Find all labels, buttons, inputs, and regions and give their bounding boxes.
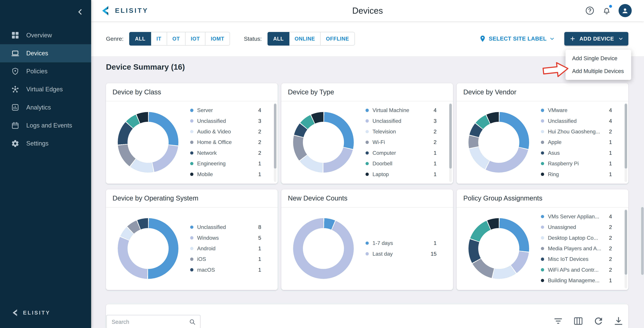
shield-icon — [11, 67, 19, 76]
donut-chart — [106, 112, 190, 173]
donut-ring — [293, 218, 354, 279]
download-button[interactable] — [613, 316, 624, 326]
legend-label: Desktop Laptop Co... — [548, 235, 606, 241]
legend-label: Television — [372, 129, 430, 135]
select-site-label-button[interactable]: SELECT SITE LABEL — [479, 35, 555, 42]
nodes-icon — [11, 85, 19, 94]
legend-value: 1 — [434, 240, 437, 246]
notifications-bell-icon[interactable] — [602, 6, 612, 16]
chart-body: Virtual Machine4Unclassified3Television2… — [281, 101, 453, 183]
page-scrollbar[interactable] — [641, 207, 644, 275]
chart-legend: Unclassified8Windows5Android1iOS1macOS1 — [190, 222, 261, 275]
legend-item: Unclassified4 — [541, 116, 612, 126]
genre-filter-all[interactable]: ALL — [129, 32, 151, 45]
legend-item: VMs Server Applian...4 — [541, 211, 612, 222]
legend-value: 1 — [609, 139, 612, 145]
card-title-bar: Device by Vendor — [457, 83, 628, 101]
add-device-button[interactable]: ADD DEVICE — [564, 32, 628, 45]
card-scrollbar — [625, 103, 627, 182]
chart-card-new-device-counts: New Device Counts1-7 days1Last day15 — [281, 189, 453, 290]
status-filter-online[interactable]: ONLINE — [289, 32, 320, 45]
chevron-down-icon — [618, 36, 624, 42]
chart-title: Policy Group Assignments — [463, 194, 542, 202]
sidebar-header — [0, 0, 91, 24]
sidebar-item-devices[interactable]: Devices — [0, 44, 91, 62]
legend-label: Computer — [372, 150, 430, 156]
legend-label: Unclassified — [197, 224, 255, 230]
legend-label: Asus — [548, 150, 606, 156]
help-icon[interactable] — [585, 6, 595, 16]
legend-color-dot — [366, 130, 369, 133]
brand-logo: ELISITY — [100, 5, 148, 16]
status-label: Status: — [244, 35, 262, 42]
chart-legend: VMware4Unclassified4Hui Zhou Gaosheng...… — [541, 105, 612, 180]
chart-legend: VMs Server Applian...4Unassigned2Desktop… — [541, 211, 612, 286]
sidebar-item-policies[interactable]: Policies — [0, 62, 91, 80]
chart-body: 1-7 days1Last day15 — [281, 208, 453, 290]
legend-item: Ring1 — [541, 169, 612, 179]
scrollbar-thumb[interactable] — [625, 210, 627, 275]
sidebar-item-settings[interactable]: Settings — [0, 135, 91, 153]
donut-ring — [118, 218, 178, 279]
legend-value: 2 — [609, 235, 612, 241]
genre-filter-it[interactable]: IT — [151, 32, 167, 45]
legend-color-dot — [190, 119, 194, 123]
location-pin-icon — [479, 35, 486, 42]
legend-color-dot — [541, 151, 544, 155]
legend-value: 15 — [430, 251, 436, 257]
legend-item: Unclassified8 — [190, 222, 261, 232]
brand-text: ELISITY — [115, 7, 148, 14]
legend-value: 2 — [258, 150, 261, 156]
card-title-bar: Device by Type — [281, 83, 453, 101]
legend-color-dot — [190, 226, 194, 229]
sidebar-item-label: Devices — [26, 50, 48, 57]
collapse-sidebar-icon[interactable] — [76, 7, 85, 16]
search-icon[interactable] — [189, 318, 196, 326]
refresh-button[interactable] — [593, 316, 604, 326]
sidebar-item-virtual-edges[interactable]: Virtual Edges — [0, 80, 91, 98]
legend-value: 2 — [609, 256, 612, 262]
legend-value: 8 — [258, 224, 261, 230]
sidebar-item-logs-and-events[interactable]: Logs and Events — [0, 116, 91, 134]
genre-filter-iot[interactable]: IOT — [185, 32, 206, 45]
chart-title: Device by Type — [288, 88, 334, 96]
add-device-label: ADD DEVICE — [580, 36, 614, 42]
filter-button[interactable] — [553, 316, 564, 326]
scrollbar-thumb[interactable] — [625, 104, 627, 168]
sidebar-item-label: Settings — [26, 140, 48, 147]
menu-item-add-multiple-devices[interactable]: Add Multiple Devices — [566, 65, 631, 78]
legend-color-dot — [190, 247, 194, 250]
legend-item: macOS1 — [190, 264, 261, 275]
scrollbar-thumb[interactable] — [449, 104, 452, 168]
legend-value: 2 — [609, 245, 612, 252]
legend-label: Network — [197, 150, 255, 156]
genre-filter-iomt[interactable]: IOMT — [205, 32, 230, 45]
footer-brand-text: ELISITY — [23, 310, 50, 316]
legend-color-dot — [366, 151, 369, 155]
legend-value: 2 — [258, 129, 261, 135]
sidebar-item-overview[interactable]: Overview — [0, 26, 91, 44]
legend-value: 1 — [258, 267, 261, 273]
avatar[interactable] — [618, 4, 632, 17]
legend-item: Wi-Fi2 — [366, 137, 437, 148]
legend-value: 1 — [434, 161, 437, 167]
chart-body: VMware4Unclassified4Hui Zhou Gaosheng...… — [457, 101, 628, 183]
status-filter-all[interactable]: ALL — [268, 32, 290, 45]
search-input[interactable] — [112, 319, 189, 325]
calendar-icon — [11, 122, 19, 130]
chart-legend: Virtual Machine4Unclassified3Television2… — [366, 105, 437, 180]
columns-button[interactable] — [573, 316, 584, 326]
elisity-logo-icon — [12, 309, 19, 317]
sidebar-item-analytics[interactable]: Analytics — [0, 98, 91, 116]
status-filter-offline[interactable]: OFFLINE — [320, 32, 355, 45]
legend-value: 2 — [258, 139, 261, 145]
genre-filter-ot[interactable]: OT — [167, 32, 186, 45]
status-filter-group: ALLONLINEOFFLINE — [268, 32, 355, 45]
legend-color-dot — [541, 130, 544, 133]
legend-color-dot — [541, 109, 544, 112]
chart-title: Device by Class — [112, 88, 161, 96]
scrollbar-thumb[interactable] — [274, 104, 276, 168]
select-site-label-text: SELECT SITE LABEL — [489, 35, 546, 42]
chart-card-policy-group-assignments: Policy Group AssignmentsVMs Server Appli… — [457, 189, 628, 290]
menu-item-add-single-device[interactable]: Add Single Device — [566, 52, 631, 65]
